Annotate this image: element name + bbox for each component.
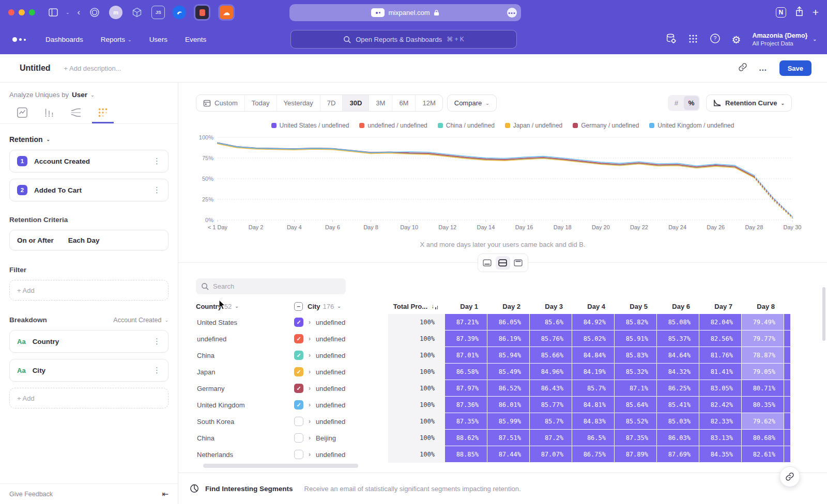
nav-users[interactable]: Users [149, 36, 167, 43]
breakdown-scope-select[interactable]: Account Created⌄ [113, 317, 169, 324]
retention-step-1[interactable]: 1 Account Created ⋮ [9, 150, 169, 172]
row-city[interactable]: ✓›undefined [294, 364, 388, 380]
extension-js-icon[interactable]: JS [151, 6, 165, 19]
address-options-icon[interactable]: ••• [507, 8, 517, 18]
legend-item[interactable]: United Kingdom / undefined [649, 122, 734, 129]
row-city[interactable]: ✓›undefined [294, 347, 388, 364]
retention-cell[interactable]: 86.03% [657, 430, 699, 446]
retention-cell[interactable]: 85.7% [530, 413, 572, 430]
column-header-day-2[interactable]: Day 2 [487, 298, 530, 314]
retention-cell[interactable]: 85.77% [530, 397, 572, 413]
retention-cell[interactable]: 83.13% [699, 430, 742, 446]
add-description[interactable]: + Add description... [64, 65, 121, 72]
retention-cell[interactable]: 82.42% [699, 397, 742, 413]
chart-only-view-icon[interactable] [480, 256, 495, 270]
retention-cell[interactable]: 87.2% [530, 430, 572, 446]
retention-cell[interactable]: 85.49% [487, 364, 530, 380]
retention-cell[interactable]: 85.83% [615, 347, 657, 364]
tab-funnels[interactable] [38, 107, 60, 123]
extension-cube-icon[interactable] [130, 6, 144, 19]
save-button[interactable]: Save [779, 60, 811, 76]
retention-cell[interactable]: 82.04% [699, 314, 742, 330]
retention-cell[interactable]: 85.99% [487, 413, 530, 430]
settings-gear-icon[interactable]: ⚙ [732, 34, 741, 46]
retention-cell[interactable]: 85.82% [615, 314, 657, 330]
retention-cell[interactable]: 85.08% [657, 314, 699, 330]
extension-target-icon[interactable] [88, 6, 101, 19]
retention-cell[interactable]: 80.35% [742, 397, 784, 413]
date-range-6m[interactable]: 6M [392, 95, 416, 111]
retention-cell[interactable]: 86.05% [487, 314, 530, 330]
retention-cell[interactable]: 79.77% [742, 330, 784, 347]
retention-cell[interactable]: 85.02% [572, 330, 615, 347]
retention-cell[interactable]: 84.96% [530, 364, 572, 380]
series-checkbox[interactable]: ✓ [294, 318, 303, 327]
row-country[interactable]: United Kingdom [196, 397, 294, 413]
row-country[interactable]: Germany [196, 380, 294, 397]
collapse-sidebar-icon[interactable]: ⇤ [162, 490, 169, 499]
kebab-menu-icon[interactable]: ⋮ [153, 366, 161, 375]
date-range-custom[interactable]: Custom [196, 95, 245, 111]
column-header-city[interactable]: –City176⌄ [294, 298, 388, 314]
new-tab-icon[interactable]: + [813, 6, 819, 19]
split-view-icon[interactable] [496, 256, 510, 270]
help-icon[interactable]: ? [710, 33, 721, 46]
retention-cell[interactable]: 82.61% [742, 446, 784, 463]
row-country[interactable]: United States [196, 314, 294, 330]
retention-cell[interactable]: 85.52% [615, 413, 657, 430]
retention-cell[interactable]: 87.35% [615, 430, 657, 446]
table-search-input[interactable]: Search [196, 278, 346, 294]
expand-row-icon[interactable]: › [309, 352, 311, 359]
retention-cell[interactable]: 86.25% [657, 380, 699, 397]
row-country[interactable]: South Korea [196, 413, 294, 430]
retention-cell[interactable]: 84.81% [572, 397, 615, 413]
row-city[interactable]: ›undefined [294, 446, 388, 463]
retention-cell[interactable]: 83.05% [699, 380, 742, 397]
tab-retention[interactable] [92, 107, 114, 123]
address-bar[interactable]: mixpanel.com ••• [289, 4, 521, 21]
retention-cell[interactable]: 80.71% [742, 380, 784, 397]
date-range-30d[interactable]: 30D [343, 95, 369, 111]
project-switcher[interactable]: Amazonia {Demo}All Project Data ⌄ [752, 32, 817, 48]
row-country[interactable]: China [196, 347, 294, 364]
date-range-yesterday[interactable]: Yesterday [277, 95, 320, 111]
series-checkbox[interactable]: ✓ [294, 334, 303, 343]
kebab-menu-icon[interactable]: ⋮ [153, 156, 161, 166]
retention-cell[interactable]: 84.92% [572, 314, 615, 330]
legend-item[interactable]: Germany / undefined [573, 122, 639, 129]
retention-cell[interactable]: 84.32% [657, 364, 699, 380]
column-header-day-6[interactable]: Day 6 [657, 298, 699, 314]
series-checkbox[interactable]: ✓ [294, 351, 303, 360]
date-range-12m[interactable]: 12M [416, 95, 442, 111]
copy-link-icon[interactable] [738, 62, 747, 74]
chevron-down-icon[interactable]: ⌄ [66, 10, 70, 15]
retention-cell[interactable]: 87.35% [445, 413, 487, 430]
retention-cell[interactable]: 87.97% [445, 380, 487, 397]
criteria-mode[interactable]: On or After [17, 237, 54, 244]
row-country[interactable]: undefined [196, 330, 294, 347]
expand-row-icon[interactable]: › [309, 319, 311, 326]
extension-cloud-icon[interactable]: ☁ [218, 4, 235, 21]
retention-cell[interactable]: 80.68% [742, 430, 784, 446]
retention-criteria-control[interactable]: On or After Each Day [9, 230, 169, 250]
give-feedback-link[interactable]: Give Feedback [9, 491, 53, 498]
series-checkbox[interactable] [294, 450, 303, 459]
retention-cell[interactable]: 85.94% [487, 347, 530, 364]
retention-cell[interactable]: 87.36% [445, 397, 487, 413]
row-country[interactable]: China [196, 430, 294, 446]
series-checkbox[interactable]: ✓ [294, 367, 303, 376]
share-link-fab[interactable] [779, 466, 800, 487]
retention-cell[interactable]: 88.85% [445, 446, 487, 463]
retention-cell[interactable]: 87.07% [530, 446, 572, 463]
series-checkbox[interactable] [294, 417, 303, 426]
tab-insights[interactable] [11, 107, 33, 123]
apps-grid-icon[interactable] [688, 34, 698, 46]
retention-cell[interactable]: 81.41% [699, 364, 742, 380]
browser-sidebar-icon[interactable] [49, 8, 58, 17]
expand-row-icon[interactable]: › [309, 368, 311, 375]
tab-flows[interactable] [65, 107, 87, 123]
table-only-view-icon[interactable] [511, 256, 526, 270]
series-checkbox[interactable] [294, 433, 303, 443]
retention-chart[interactable]: 100%75%50%25%0%< 1 DayDay 2Day 4Day 6Day… [193, 133, 827, 239]
column-header-day-4[interactable]: Day 4 [572, 298, 615, 314]
